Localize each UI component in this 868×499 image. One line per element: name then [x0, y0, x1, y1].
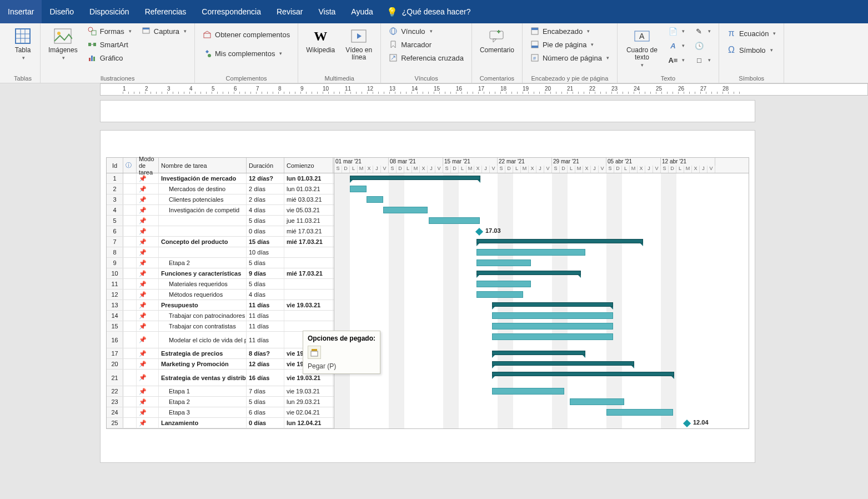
- tab-ayuda[interactable]: Ayuda: [343, 0, 380, 23]
- tab-revisar[interactable]: Revisar: [269, 0, 310, 23]
- table-row[interactable]: 16📌Modelar el ciclo de vida del producto…: [107, 332, 334, 348]
- cell-info: [123, 407, 137, 417]
- table-row[interactable]: 9📌Etapa 25 días: [107, 258, 334, 268]
- datetime-button[interactable]: 🕓: [693, 40, 713, 51]
- table-row[interactable]: 13📌Presupuesto11 díasvie 19.03.21: [107, 300, 334, 311]
- gantt-bar[interactable]: [350, 176, 480, 180]
- milestone-icon[interactable]: [475, 228, 483, 236]
- simbolo-button[interactable]: Ω Símbolo▾: [725, 44, 778, 56]
- gantt-bar[interactable]: [492, 323, 613, 330]
- table-row[interactable]: 23📌Etapa 25 díaslun 29.03.21: [107, 397, 334, 407]
- gantt-bar[interactable]: [492, 351, 585, 355]
- table-row[interactable]: 10📌Funciones y características9 díasmié …: [107, 268, 334, 279]
- gantt-bar[interactable]: [476, 291, 523, 298]
- table-row[interactable]: 17📌Estrategia de precios8 días?vie 19.03…: [107, 348, 334, 359]
- cell-mode: 📌: [137, 332, 159, 348]
- tell-me[interactable]: 💡 ¿Qué desea hacer?: [387, 0, 471, 23]
- obtener-complementos-button[interactable]: Obtener complementos: [200, 29, 292, 40]
- tab-disposicion[interactable]: Disposición: [82, 0, 137, 23]
- cell-start: [284, 321, 333, 331]
- gantt-bar[interactable]: [492, 361, 634, 366]
- comentario-button[interactable]: Comentario: [478, 26, 516, 55]
- object-button[interactable]: □▾: [693, 54, 713, 66]
- cell-info: [123, 359, 137, 369]
- cell-name: Etapa 2: [159, 397, 247, 407]
- wikipedia-button[interactable]: W Wikipedia: [304, 26, 337, 55]
- table-row[interactable]: 5📌5 díasjue 11.03.21: [107, 216, 334, 226]
- cell-info: [123, 226, 137, 236]
- gantt-bar[interactable]: [606, 409, 673, 416]
- gantt-bar[interactable]: [350, 186, 367, 192]
- smartart-button[interactable]: SmartArt: [86, 39, 134, 50]
- cell-start: lun 29.03.21: [284, 397, 333, 407]
- wordart-button[interactable]: A▾: [666, 40, 687, 51]
- imagenes-button[interactable]: Imágenes ▾: [46, 26, 80, 62]
- vinculo-button[interactable]: Vínculo▾: [387, 26, 466, 37]
- milestone-icon[interactable]: [683, 420, 691, 427]
- formas-button[interactable]: Formas▾: [86, 26, 134, 37]
- cuadro-texto-button[interactable]: A Cuadro de texto ▾: [623, 26, 661, 69]
- tabla-button[interactable]: Tabla ▾: [11, 26, 34, 62]
- tab-vista[interactable]: Vista: [310, 0, 343, 23]
- cell-mode: 📌: [137, 247, 159, 257]
- table-row[interactable]: 24📌Etapa 36 díasvie 02.04.21: [107, 407, 334, 418]
- table-row[interactable]: 2📌Mercados de destino2 díaslun 01.03.21: [107, 184, 334, 194]
- video-button[interactable]: Vídeo en línea: [343, 26, 375, 62]
- gantt-bar[interactable]: [570, 398, 624, 405]
- pin-icon: 📌: [139, 302, 147, 309]
- tab-diseno[interactable]: Diseño: [42, 0, 82, 23]
- svg-rect-13: [91, 56, 93, 61]
- gantt-bar[interactable]: [492, 302, 613, 307]
- ecuacion-button[interactable]: π Ecuación▾: [725, 28, 778, 39]
- mis-complementos-button[interactable]: Mis complementos▾: [200, 48, 292, 59]
- table-row[interactable]: 7📌Concepto del producto15 díasmié 17.03.…: [107, 237, 334, 247]
- gantt-bar[interactable]: [492, 333, 613, 340]
- quickparts-button[interactable]: 📄▾: [666, 26, 687, 37]
- captura-button[interactable]: Captura▾: [139, 26, 189, 37]
- refcruzada-button[interactable]: Referencia cruzada: [387, 52, 466, 63]
- paste-option-keep[interactable]: [308, 346, 321, 359]
- grafico-button[interactable]: Gráfico: [86, 52, 134, 63]
- table-row[interactable]: 21📌Estrategia de ventas y distribución16…: [107, 370, 334, 386]
- gantt-bar[interactable]: [476, 281, 531, 287]
- pin-icon: 📌: [139, 420, 147, 427]
- cell-mode: 📌: [137, 300, 159, 310]
- table-row[interactable]: 15📌Trabajar con contratistas11 días: [107, 321, 334, 332]
- gantt-bar[interactable]: [476, 260, 531, 266]
- gantt-row: [334, 290, 749, 300]
- gantt-bar[interactable]: [367, 196, 383, 203]
- table-row[interactable]: 12📌Métodos requeridos4 días: [107, 290, 334, 300]
- signature-button[interactable]: ✎▾: [693, 26, 713, 37]
- marcador-button[interactable]: Marcador: [387, 39, 466, 50]
- table-row[interactable]: 20📌Marketing y Promoción12 díasvie 19.03…: [107, 359, 334, 370]
- dropcap-button[interactable]: A≡▾: [666, 54, 687, 66]
- table-row[interactable]: 3📌Clientes potenciales2 díasmié 03.03.21: [107, 194, 334, 205]
- gantt-bar[interactable]: [492, 388, 564, 395]
- cell-duration: 5 días: [247, 216, 284, 226]
- encabezado-button[interactable]: Encabezado▾: [528, 26, 611, 37]
- gantt-bar[interactable]: [429, 217, 480, 224]
- gantt-bar[interactable]: [492, 312, 613, 319]
- table-row[interactable]: 8📌10 días: [107, 247, 334, 258]
- gantt-week-label: 08 mar '21: [389, 158, 443, 166]
- table-row[interactable]: 6📌0 díasmié 17.03.21: [107, 226, 334, 237]
- numero-pagina-button[interactable]: # Número de página▾: [528, 52, 611, 63]
- gantt-bar[interactable]: [476, 271, 581, 275]
- gantt-bar[interactable]: [476, 249, 585, 256]
- pie-pagina-button[interactable]: Pie de página▾: [528, 39, 611, 50]
- tab-referencias[interactable]: Referencias: [137, 0, 194, 23]
- tab-insertar[interactable]: Insertar: [0, 0, 42, 23]
- paste-options-popup[interactable]: Opciones de pegado: Pegar (P): [303, 331, 380, 374]
- table-row[interactable]: 1📌Investigación de mercado12 días?lun 01…: [107, 173, 334, 184]
- table-row[interactable]: 22📌Etapa 17 díasvie 19.03.21: [107, 386, 334, 397]
- gantt-bar[interactable]: [492, 372, 674, 376]
- table-row[interactable]: 4📌Investigación de competid4 díasvie 05.…: [107, 205, 334, 216]
- cell-duration: 12 días: [247, 359, 284, 369]
- table-row[interactable]: 11📌Materiales requeridos5 días: [107, 279, 334, 290]
- table-row[interactable]: 14📌Trabajar con patrocinadores11 días: [107, 311, 334, 321]
- table-row[interactable]: 25📌Lanzamiento0 díaslun 12.04.21: [107, 418, 334, 428]
- gantt-bar[interactable]: [476, 239, 643, 243]
- gantt-bar[interactable]: [383, 207, 428, 213]
- cell-mode: 📌: [137, 418, 159, 428]
- tab-correspondencia[interactable]: Correspondencia: [194, 0, 269, 23]
